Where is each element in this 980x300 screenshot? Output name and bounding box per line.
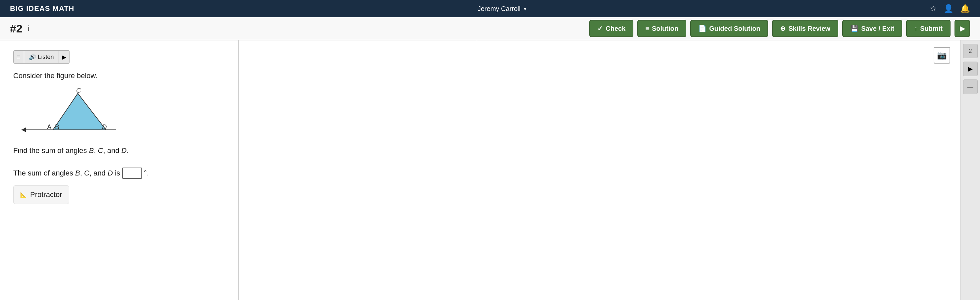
save-icon: 💾 xyxy=(850,24,859,32)
find-angles-text: Find the sum of angles B, C, and D. xyxy=(13,146,947,155)
extra-icon: ▶ xyxy=(960,24,965,32)
vertex-b-label: B xyxy=(55,123,59,131)
figure-container: A B C D xyxy=(20,87,947,140)
solution-button[interactable]: ≡ Solution xyxy=(637,20,686,37)
solution-label: Solution xyxy=(652,25,678,32)
check-icon: ✓ xyxy=(597,24,603,32)
save-exit-label: Save / Exit xyxy=(861,25,894,32)
extra-button[interactable]: ▶ xyxy=(955,20,970,37)
check-button[interactable]: ✓ Check xyxy=(589,20,633,37)
guided-solution-label: Guided Solution xyxy=(709,25,760,32)
camera-symbol: 📷 xyxy=(937,51,947,60)
main-content: 📷 ≡ 🔊 Listen ▶ Consider the figure below… xyxy=(0,40,980,300)
right-panel: 2 ▶ — xyxy=(960,40,980,300)
listen-bar: ≡ 🔊 Listen ▶ xyxy=(13,50,70,64)
triangle-shape xyxy=(53,93,106,130)
side-icon-3[interactable]: — xyxy=(963,80,978,94)
user-name: Jeremy Carroll xyxy=(477,5,520,13)
side-icon-2[interactable]: ▶ xyxy=(963,62,978,76)
skills-review-button[interactable]: ⊕ Skills Review xyxy=(772,20,838,37)
toolbar-left: #2 i xyxy=(10,22,29,35)
profile-icon[interactable]: 👤 xyxy=(943,4,953,13)
guided-icon: 📄 xyxy=(698,24,706,32)
protractor-label: Protractor xyxy=(30,190,62,199)
listen-menu-button[interactable]: ≡ xyxy=(14,51,24,63)
vertex-d-label: D xyxy=(102,123,107,131)
listen-speaker-button[interactable]: 🔊 Listen xyxy=(24,51,59,63)
submit-icon: ↑ xyxy=(914,25,918,32)
side-icon-1[interactable]: 2 xyxy=(963,44,978,58)
triangle-figure: A B C D xyxy=(20,87,123,140)
vertex-a-label: A xyxy=(47,123,52,131)
toolbar-right: ✓ Check ≡ Solution 📄 Guided Solution ⊕ S… xyxy=(589,20,970,37)
submit-button[interactable]: ↑ Submit xyxy=(906,20,951,37)
user-dropdown-icon[interactable]: ▾ xyxy=(524,6,527,12)
question-text: Consider the figure below. xyxy=(13,72,947,80)
listen-label: Listen xyxy=(38,54,54,61)
answer-prefix: The sum of angles B, C, and D is xyxy=(13,169,120,177)
protractor-icon: 📐 xyxy=(20,192,27,198)
top-navigation: BIG IDEAS MATH Jeremy Carroll ▾ ☆ 👤 🔔 xyxy=(0,0,980,17)
bell-icon[interactable]: 🔔 xyxy=(960,4,970,13)
answer-input[interactable] xyxy=(122,168,142,179)
solution-icon: ≡ xyxy=(645,25,649,32)
nav-center: Jeremy Carroll ▾ xyxy=(477,5,527,13)
speaker-icon: 🔊 xyxy=(29,53,36,61)
nav-right: ☆ 👤 🔔 xyxy=(930,4,970,13)
app-title: BIG IDEAS MATH xyxy=(10,4,74,13)
listen-play-button[interactable]: ▶ xyxy=(59,51,70,63)
divider-2 xyxy=(477,40,477,300)
skills-review-label: Skills Review xyxy=(788,25,830,32)
toolbar: #2 i ✓ Check ≡ Solution 📄 Guided Solutio… xyxy=(0,17,980,40)
play-icon: ▶ xyxy=(62,54,66,60)
skills-icon: ⊕ xyxy=(780,24,786,32)
content-area: 📷 ≡ 🔊 Listen ▶ Consider the figure below… xyxy=(0,40,960,300)
menu-icon: ≡ xyxy=(17,54,21,61)
answer-row: The sum of angles B, C, and D is °. xyxy=(13,168,947,179)
problem-number: #2 xyxy=(10,22,22,35)
save-exit-button[interactable]: 💾 Save / Exit xyxy=(842,20,902,37)
degree-symbol: °. xyxy=(144,169,149,177)
guided-solution-button[interactable]: 📄 Guided Solution xyxy=(690,20,768,37)
arrow-left xyxy=(22,128,26,132)
check-label: Check xyxy=(606,25,625,32)
submit-label: Submit xyxy=(920,25,943,32)
protractor-section[interactable]: 📐 Protractor xyxy=(13,185,69,204)
star-icon[interactable]: ☆ xyxy=(930,4,937,13)
info-icon[interactable]: i xyxy=(28,24,29,33)
camera-icon[interactable]: 📷 xyxy=(934,47,950,64)
vertex-c-label: C xyxy=(76,87,81,94)
